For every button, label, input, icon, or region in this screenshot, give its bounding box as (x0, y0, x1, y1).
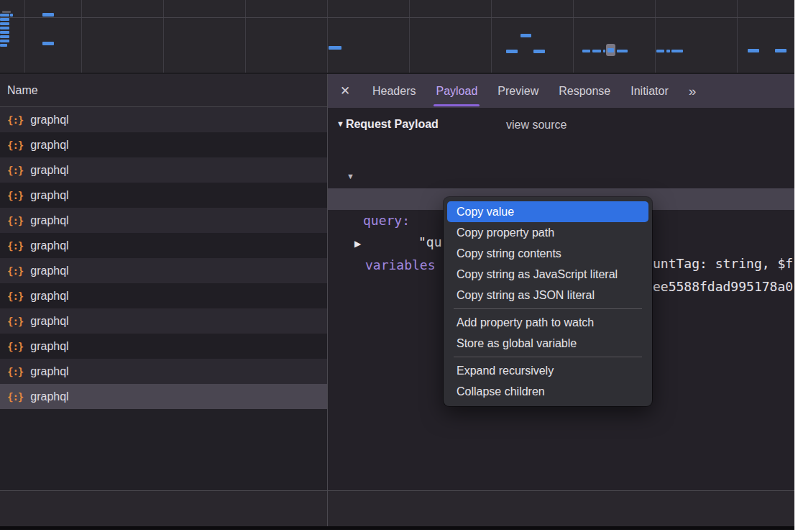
timeline-request-bar (0, 22, 9, 25)
timeline-request-bar (671, 50, 683, 52)
section-title: Request Payload (346, 118, 439, 130)
menu-item-copy-property-path[interactable]: Copy property path (447, 222, 648, 243)
panel-divider[interactable] (327, 74, 328, 526)
menu-item-collapse-children[interactable]: Collapse children (447, 381, 648, 402)
fetch-json-icon: {:} (7, 290, 23, 302)
menu-item-expand-recursively[interactable]: Expand recursively (447, 360, 648, 381)
fetch-json-icon: {:} (7, 165, 23, 176)
timeline-request-bar (666, 50, 670, 52)
details-tabbar: ✕ HeadersPayloadPreviewResponseInitiator… (328, 74, 794, 108)
fetch-json-icon: {:} (7, 114, 23, 126)
request-list: {:}graphql{:}graphql{:}graphql{:}graphql… (0, 107, 327, 409)
tab-preview[interactable]: Preview (487, 74, 549, 108)
menu-item-add-property-path-to-watch[interactable]: Add property path to watch (447, 312, 648, 333)
tab-headers[interactable]: Headers (362, 74, 426, 108)
timeline-request-bar (0, 44, 7, 47)
timeline-request-bar (592, 50, 601, 52)
timeline-request-bar (775, 49, 786, 52)
request-row[interactable]: {:}graphql (0, 208, 327, 233)
tab-initiator[interactable]: Initiator (620, 74, 678, 108)
operation-name-row[interactable]: operationName: "ipFlowTimeseries" (328, 167, 794, 188)
request-name: graphql (30, 340, 68, 353)
request-name: graphql (30, 315, 68, 328)
request-row[interactable]: {:}graphql (0, 384, 327, 409)
request-name: graphql (30, 239, 68, 252)
timeline-request-bar (42, 13, 54, 17)
status-footer (0, 490, 794, 526)
window-bottom-edge (0, 526, 794, 530)
timeline-request-bar (603, 50, 605, 52)
view-source-link[interactable]: view source (506, 119, 567, 132)
menu-separator (454, 357, 642, 357)
tab-payload[interactable]: Payload (426, 74, 487, 108)
timeline-request-bar (0, 31, 9, 34)
property-value-continued: ee5588fdad995178a0 (653, 276, 793, 298)
request-name: graphql (30, 139, 68, 152)
timeline-request-bar (520, 34, 531, 37)
timeline-request-bar (506, 50, 518, 53)
timeline-request-bar (617, 50, 628, 52)
menu-separator (454, 308, 642, 309)
request-row[interactable]: {:}graphql (0, 183, 327, 208)
request-row[interactable]: {:}graphql (0, 132, 327, 157)
tab-strip: HeadersPayloadPreviewResponseInitiator (362, 74, 679, 108)
close-icon[interactable]: ✕ (336, 83, 354, 98)
timeline-request-bar (42, 42, 54, 45)
name-column-header[interactable]: Name (0, 74, 327, 107)
timeline-request-bar (329, 46, 341, 50)
timeline-request-bar (582, 50, 590, 52)
request-row[interactable]: {:}graphql (0, 359, 327, 384)
more-tabs-icon[interactable]: » (689, 83, 696, 99)
request-row[interactable]: {:}graphql (0, 233, 327, 258)
collapse-triangle-icon: ▼ (336, 119, 344, 128)
property-value-start: "qu (418, 231, 442, 253)
name-column-label: Name (7, 84, 38, 97)
menu-item-copy-string-as-javascript-literal[interactable]: Copy string as JavaScript literal (447, 264, 648, 285)
menu-item-copy-string-as-json-literal[interactable]: Copy string as JSON literal (447, 285, 648, 306)
fetch-json-icon: {:} (7, 341, 23, 352)
request-row[interactable]: {:}graphql (0, 334, 327, 359)
fetch-json-icon: {:} (7, 265, 23, 277)
request-payload-section-header[interactable]: ▼Request Payload (336, 118, 439, 131)
timeline-request-bar (0, 35, 9, 38)
network-panels: Name {:}graphql{:}graphql{:}graphql{:}gr… (0, 74, 794, 526)
request-name: graphql (30, 365, 68, 378)
request-row[interactable]: {:}graphql (0, 283, 327, 308)
request-name: graphql (30, 189, 68, 202)
timeline-selected-request-marker (606, 44, 615, 56)
request-name: graphql (30, 114, 68, 127)
fetch-json-icon: {:} (7, 139, 23, 151)
network-overview-timeline[interactable] (0, 0, 794, 74)
requests-panel: Name {:}graphql{:}graphql{:}graphql{:}gr… (0, 74, 327, 490)
timeline-scale-bar (2, 11, 11, 13)
menu-item-store-as-global-variable[interactable]: Store as global variable (447, 333, 648, 354)
fetch-json-icon: {:} (7, 391, 23, 403)
request-name: graphql (30, 265, 68, 278)
timeline-gridline (0, 17, 794, 18)
devtools-window: Name {:}graphql{:}graphql{:}graphql{:}gr… (0, 0, 794, 526)
expand-triangle-icon[interactable]: ▶ (354, 233, 361, 254)
request-row[interactable]: {:}graphql (0, 258, 327, 283)
menu-item-copy-string-contents[interactable]: Copy string contents (447, 243, 648, 264)
menu-item-copy-value[interactable]: Copy value (447, 201, 648, 222)
tab-response[interactable]: Response (549, 74, 620, 108)
request-row[interactable]: {:}graphql (0, 308, 327, 334)
timeline-request-bar (0, 14, 9, 17)
fetch-json-icon: {:} (7, 316, 23, 327)
request-name: graphql (30, 214, 68, 227)
request-name: graphql (30, 164, 68, 177)
request-row[interactable]: {:}graphql (0, 107, 327, 132)
timeline-request-bar (748, 49, 759, 52)
payload-root-row[interactable]: ▼ {operationName: "ipFlowTimeseries", va… (328, 144, 794, 165)
fetch-json-icon: {:} (7, 190, 23, 201)
timeline-request-bar (0, 18, 9, 21)
request-name: graphql (30, 390, 68, 403)
fetch-json-icon: {:} (7, 366, 23, 377)
timeline-request-bar (10, 14, 13, 17)
request-row[interactable]: {:}graphql (0, 157, 327, 183)
timeline-request-bar (656, 50, 664, 52)
request-name: graphql (30, 290, 68, 303)
timeline-request-bar (533, 50, 545, 53)
property-key: variables (365, 254, 436, 276)
fetch-json-icon: {:} (7, 215, 23, 226)
